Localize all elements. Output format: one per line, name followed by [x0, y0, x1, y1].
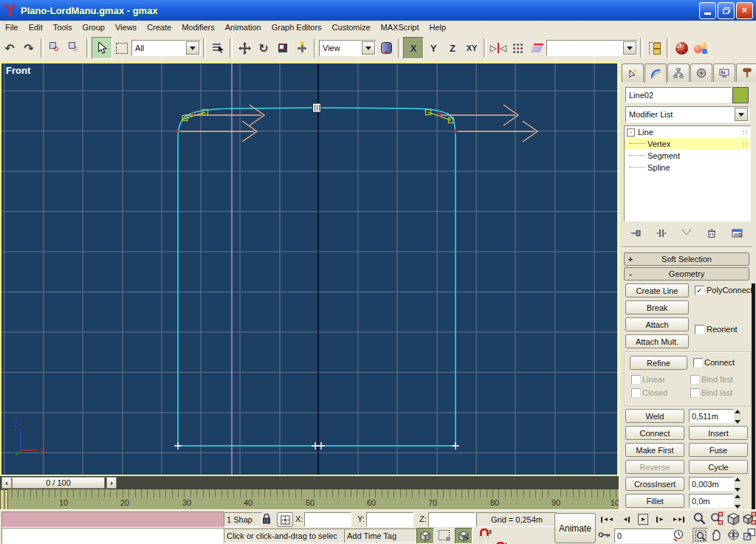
soft-selection-rollout[interactable]: + Soft Selection	[624, 252, 749, 266]
polyconnect-checkbox[interactable]: ✓	[695, 286, 704, 295]
array-button[interactable]	[508, 38, 527, 58]
create-line-button[interactable]: Create Line	[625, 283, 689, 297]
go-to-start-button[interactable]: ◄◄	[598, 512, 616, 526]
snap-toggle-3d[interactable]: 3	[478, 528, 492, 542]
time-slider-left-button[interactable]: ‹	[1, 477, 12, 489]
viewport-canvas[interactable]: Z X	[1, 63, 617, 475]
menu-create[interactable]: Create	[142, 23, 176, 32]
region-zoom-button[interactable]	[693, 528, 709, 544]
make-unique-button[interactable]	[677, 226, 696, 241]
track-bar-frame-marker[interactable]	[0, 489, 8, 510]
unlink-selection-button[interactable]	[65, 38, 84, 58]
menu-tools[interactable]: Tools	[48, 23, 78, 32]
connect-checkbox[interactable]	[693, 358, 703, 368]
menu-edit[interactable]: Edit	[24, 23, 48, 32]
menu-maxscript[interactable]: MAXScript	[376, 23, 425, 32]
break-button[interactable]: Break	[625, 300, 689, 314]
set-key-toggle[interactable]	[598, 528, 611, 543]
select-and-link-button[interactable]	[46, 38, 65, 58]
pan-button[interactable]	[709, 528, 724, 543]
panel-scrollbar[interactable]	[752, 283, 755, 509]
time-configuration-button[interactable]	[672, 528, 685, 543]
weld-threshold-field[interactable]: 0,511m	[689, 409, 734, 423]
menu-animation[interactable]: Animation	[220, 23, 267, 32]
current-frame-field[interactable]: 0	[614, 528, 675, 543]
cycle-button[interactable]: Cycle	[689, 460, 748, 474]
fillet-spinner[interactable]	[732, 493, 742, 510]
dropdown-arrow-icon[interactable]	[362, 41, 375, 55]
select-by-name-button[interactable]	[208, 38, 227, 58]
fillet-button[interactable]: Fillet	[625, 494, 684, 508]
menu-group[interactable]: Group	[77, 23, 110, 32]
restore-button[interactable]	[718, 2, 735, 19]
previous-frame-button[interactable]: ◄	[619, 512, 633, 526]
object-color-swatch[interactable]	[732, 87, 749, 103]
menu-views[interactable]: Views	[110, 23, 142, 32]
tab-display[interactable]	[713, 63, 735, 82]
dropdown-arrow-icon[interactable]	[186, 41, 199, 55]
select-and-scale-button[interactable]	[273, 38, 292, 58]
redo-button[interactable]: ↷	[19, 38, 38, 58]
snap-cube-toggle[interactable]	[455, 528, 472, 544]
render-button[interactable]	[691, 38, 710, 58]
fuse-button[interactable]: Fuse	[689, 443, 748, 457]
menu-help[interactable]: Help	[425, 23, 452, 32]
add-time-tag[interactable]: Add Time Tag	[344, 528, 418, 543]
x-coordinate-field[interactable]	[304, 512, 351, 527]
maxscript-mini-listener-pink[interactable]	[1, 512, 224, 528]
restrict-x-button[interactable]: X	[403, 37, 424, 59]
stack-row-segment[interactable]: Segment	[625, 150, 750, 162]
time-slider-right-button[interactable]: ›	[106, 477, 117, 489]
arc-rotate-button[interactable]	[726, 528, 740, 543]
crossinsert-spinner[interactable]	[732, 476, 742, 493]
degradation-override-toggle[interactable]	[416, 528, 434, 544]
maxscript-mini-listener-white[interactable]	[1, 528, 224, 544]
tab-create[interactable]	[622, 63, 644, 82]
absolute-offset-toggle[interactable]	[277, 512, 293, 527]
fillet-field[interactable]: 0,0m	[689, 494, 734, 508]
use-pivot-point-center-button[interactable]	[377, 38, 396, 58]
pin-stack-button[interactable]	[627, 226, 646, 241]
dropdown-arrow-icon[interactable]	[735, 108, 748, 121]
geometry-rollout[interactable]: - Geometry	[624, 267, 749, 280]
menu-modifiers[interactable]: Modifiers	[176, 23, 220, 32]
viewport-front[interactable]: Z X Front	[0, 62, 619, 476]
remove-modifier-button[interactable]	[702, 226, 721, 241]
attach-mult-button[interactable]: Attach Mult.	[625, 334, 689, 348]
go-to-end-button[interactable]: ►►	[669, 512, 688, 526]
expand-icon[interactable]: -	[627, 128, 635, 137]
dropdown-arrow-icon[interactable]	[623, 41, 636, 55]
show-end-result-button[interactable]	[652, 226, 671, 241]
named-selection-sets-dropdown[interactable]	[546, 40, 638, 56]
selection-region-toggle[interactable]	[436, 528, 452, 543]
select-and-rotate-button[interactable]: ↻	[254, 38, 273, 58]
zoom-all-button[interactable]	[709, 512, 724, 527]
material-editor-button[interactable]	[672, 38, 691, 58]
attach-button[interactable]: Attach	[625, 317, 689, 331]
undo-button[interactable]: ↶	[0, 38, 19, 58]
crossinsert-field[interactable]: 0,003m	[689, 477, 734, 491]
track-view-button[interactable]	[645, 38, 664, 58]
menu-graph-editors[interactable]: Graph Editors	[267, 23, 327, 32]
mirror-button[interactable]: ▷◁	[489, 38, 508, 58]
y-coordinate-field[interactable]	[366, 512, 413, 527]
restrict-y-button[interactable]: Y	[424, 38, 443, 58]
rectangular-selection-region-button[interactable]	[112, 38, 131, 58]
stack-row-spline[interactable]: Spline	[625, 162, 750, 173]
weld-button[interactable]: Weld	[625, 409, 684, 423]
menu-customize[interactable]: Customize	[327, 23, 376, 32]
reference-coordinate-system-dropdown[interactable]: View	[319, 40, 377, 56]
track-bar[interactable]: 10 20 30 40 50 60 70 80 90 100	[0, 489, 619, 510]
selected-vertex[interactable]	[313, 103, 321, 112]
reorient-checkbox[interactable]	[695, 325, 704, 334]
time-slider-thumb[interactable]: 0 / 100	[12, 477, 105, 489]
restrict-xy-plane-button[interactable]: XY	[462, 38, 481, 58]
tab-modify[interactable]	[645, 63, 667, 83]
tab-motion[interactable]	[690, 63, 712, 82]
min-max-toggle-button[interactable]	[743, 528, 756, 543]
select-object-button[interactable]	[92, 37, 112, 59]
close-button[interactable]: ×	[736, 2, 753, 19]
viewport-label[interactable]: Front	[6, 65, 30, 76]
zoom-button[interactable]	[693, 512, 707, 527]
modifier-list-dropdown[interactable]: Modifier List	[625, 106, 749, 123]
